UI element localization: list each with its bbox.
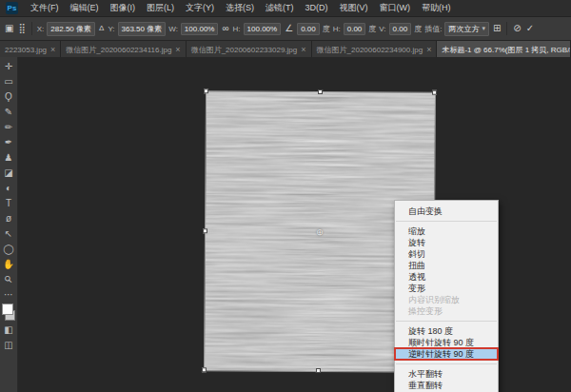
transform-reference-point[interactable]: ⊕ [316, 226, 324, 236]
menu-item-distort[interactable]: 扭曲 [395, 260, 498, 271]
menu-item-label: 水平翻转 [408, 369, 443, 379]
edit-toolbar-button[interactable]: ⋯ [1, 287, 16, 302]
clone-stamp-tool[interactable]: ♟ [1, 150, 16, 165]
eyedropper-tool[interactable]: ✏ [1, 120, 16, 134]
tool-icon: ⚲ [1, 272, 16, 287]
menu-item-rotate-90-cw[interactable]: 顺时针旋转 90 度 [395, 337, 498, 348]
menu-item-flip-horizontal[interactable]: 水平翻转 [395, 368, 498, 380]
transform-handle-mid-left[interactable] [203, 228, 207, 233]
menubar-item-help[interactable]: 帮助(H) [416, 0, 457, 16]
tool-icon: ↖ [5, 226, 12, 241]
menubar-item-filter[interactable]: 滤镜(T) [260, 0, 300, 16]
menu-item-skew[interactable]: 斜切 [395, 248, 498, 260]
x-position-field[interactable]: 282.50 像素 [47, 22, 95, 36]
tab-close-icon[interactable]: × [175, 45, 180, 54]
tab-document-3[interactable]: 微信图片_20200602233029.jpg × [187, 41, 312, 58]
menubar-item-image[interactable]: 图像(I) [105, 0, 142, 16]
tool-icon: ◯ [3, 242, 13, 256]
menubar-item-label: 帮助(H) [422, 3, 451, 12]
menu-bar: Ps 文件(F) 编辑(E) 图像(I) 图层(L) 文字(Y) 选择(S) 滤… [0, 0, 571, 17]
quick-mask-button[interactable]: ◧ [1, 323, 16, 337]
height-field[interactable]: 100.00% [244, 23, 282, 35]
reference-point-locator[interactable]: ⣿ [17, 24, 26, 33]
menubar-item-window[interactable]: 窗口(W) [374, 0, 417, 16]
menubar-item-3d[interactable]: 3D(D) [300, 0, 334, 16]
cancel-transform-button[interactable]: ⊘ [512, 24, 522, 33]
eraser-tool[interactable]: ◪ [1, 166, 16, 180]
menubar-item-file[interactable]: 文件(F) [25, 0, 65, 16]
tool-icon: ◫ [4, 338, 12, 352]
rectangular-marquee-tool[interactable]: ▭ [1, 74, 16, 88]
tab-close-icon[interactable]: × [50, 45, 55, 54]
screen-mode-button[interactable]: ◫ [1, 338, 16, 352]
tool-icon: ◧ [4, 323, 12, 337]
menubar-item-view[interactable]: 视图(V) [334, 0, 374, 16]
type-tool[interactable]: T [1, 196, 16, 210]
hand-tool[interactable]: ✋ [1, 257, 16, 271]
menubar-item-type[interactable]: 文字(Y) [180, 0, 220, 16]
path-selection-tool[interactable]: ↖ [1, 226, 16, 241]
menubar-item-label: 文件(F) [30, 3, 59, 12]
tool-icon: ▭ [4, 74, 12, 88]
delta-relative-button[interactable]: Δ [98, 24, 105, 33]
h-skew-field[interactable]: 0.00 [344, 23, 366, 35]
color-swatches[interactable] [1, 303, 16, 322]
menu-item-rotate[interactable]: 旋转 [395, 237, 498, 248]
menubar-item-label: 图层(L) [147, 3, 174, 12]
menu-item-perspective[interactable]: 透视 [395, 271, 498, 283]
transform-handle-top-right[interactable] [432, 90, 437, 95]
tool-icon: ◪ [4, 166, 12, 180]
tab-close-icon[interactable]: × [426, 45, 431, 54]
transform-handle-bottom-mid[interactable] [316, 368, 321, 373]
photoshop-logo-icon[interactable]: Ps [6, 2, 18, 14]
menubar-item-select[interactable]: 选择(S) [220, 0, 260, 16]
menu-item-scale[interactable]: 缩放 [395, 225, 498, 237]
menu-item-free-transform[interactable]: 自由变换 [395, 206, 498, 217]
y-position-field[interactable]: 363.50 像素 [118, 22, 167, 36]
tab-document-5[interactable]: 未标题-1 @ 66.7%(图层 1 拷贝, RGB/8# × [437, 41, 571, 58]
menubar-item-layer[interactable]: 图层(L) [141, 0, 180, 16]
transform-handle-bottom-left[interactable] [202, 367, 207, 372]
brush-tool[interactable]: ✒ [1, 135, 16, 149]
zoom-tool[interactable]: ⚲ [1, 272, 16, 286]
menubar-item-label: 滤镜(T) [266, 3, 294, 12]
menu-item-flip-vertical[interactable]: 垂直翻转 [395, 380, 498, 391]
shape-tool[interactable]: ◯ [1, 242, 16, 256]
warp-mode-toggle-icon[interactable]: ⊞ [492, 24, 502, 33]
tab-title: 未标题-1 @ 66.7%(图层 1 拷贝, RGB/8# [442, 45, 571, 55]
menu-item-label: 垂直翻转 [408, 381, 443, 390]
menu-item-warp[interactable]: 变形 [395, 283, 498, 294]
foreground-color-swatch[interactable] [2, 304, 13, 315]
width-field[interactable]: 100.00% [181, 23, 219, 35]
tab-document-4[interactable]: 微信图片_20200602234900.jpg × [312, 41, 438, 58]
maintain-aspect-ratio-icon[interactable]: ∞ [221, 24, 229, 33]
dodge-tool[interactable]: ◐ [1, 181, 16, 195]
commit-transform-button[interactable]: ✓ [525, 24, 535, 33]
menu-item-label: 旋转 [408, 238, 425, 247]
transform-handle-top-left[interactable] [204, 88, 208, 93]
transform-handle-top-mid[interactable] [318, 89, 323, 94]
menubar-item-edit[interactable]: 编辑(E) [65, 0, 105, 16]
menu-item-label: 缩放 [408, 226, 425, 236]
pen-tool[interactable]: ø [1, 211, 16, 225]
v-skew-field[interactable]: 0.00 [389, 23, 412, 35]
transform-context-menu: 自由变换 缩放 旋转 斜切 扭曲 透视 变形 内容识别缩放 [394, 200, 499, 392]
tool-icon: ✎ [5, 105, 12, 119]
interpolation-select[interactable]: 两次立方 ▾ [444, 22, 489, 36]
document-area[interactable]: ⊕ 自由变换 缩放 旋转 斜切 扭曲 透视 [18, 57, 571, 392]
tab-document-2[interactable]: 微信图片_20200602234116.jpg × [61, 41, 186, 58]
tab-document-1[interactable]: 2223053.jpg × [0, 41, 61, 58]
quick-selection-tool[interactable]: ✎ [1, 105, 16, 119]
tool-icon: ✛ [5, 59, 12, 73]
tab-close-icon[interactable]: × [301, 45, 305, 54]
photoshop-window: Ps 文件(F) 编辑(E) 图像(I) 图层(L) 文字(Y) 选择(S) 滤… [0, 0, 571, 392]
interpolation-label: 插值: [424, 24, 442, 34]
menu-item-label: 操控变形 [408, 306, 443, 316]
move-tool[interactable]: ✛ [1, 59, 16, 73]
rotation-field[interactable]: 0.00 [297, 23, 320, 35]
lasso-tool[interactable]: Ϙ [1, 89, 16, 104]
menu-item-rotate-90-ccw[interactable]: 逆时针旋转 90 度 [395, 348, 498, 360]
menu-item-rotate-180[interactable]: 旋转 180 度 [395, 325, 498, 337]
menu-item-label: 扭曲 [408, 261, 425, 270]
menu-separator [396, 221, 497, 222]
